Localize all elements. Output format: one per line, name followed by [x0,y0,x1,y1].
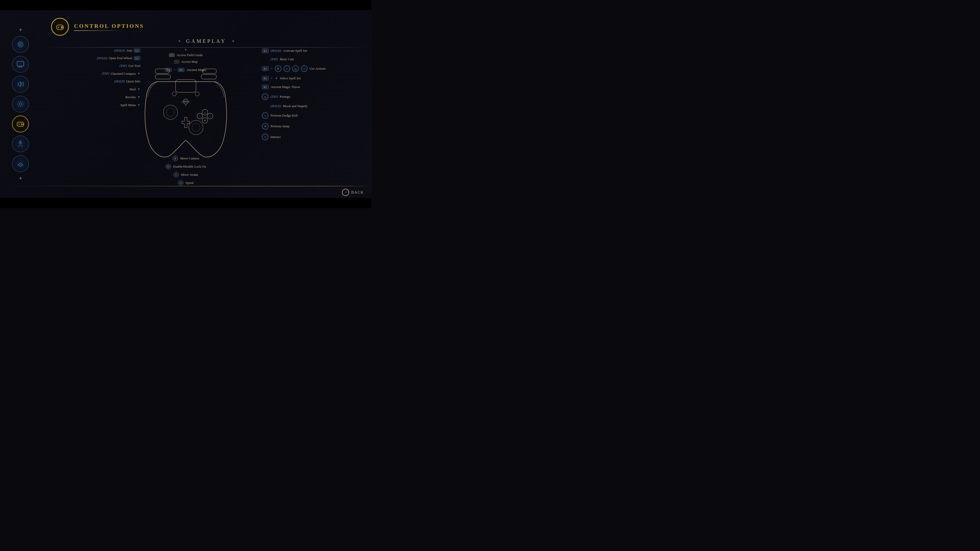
plus-1: + [271,67,273,71]
svg-rect-16 [57,25,63,30]
dodge-roll-control: ○ Perform Dodge Roll [262,112,364,119]
sprint-control: L3 Sprint [142,180,229,186]
moveavatar-label: Move Avatar [181,173,198,177]
square-interact: □ [262,134,269,140]
ancientthrow-label: Ancient Magic Throw [271,85,300,89]
sidebar-item-settings[interactable] [12,96,29,113]
useactions-label: Use Actions [310,67,326,71]
sidebar-item-audio[interactable] [12,36,29,53]
jump-label: Perform Jump [270,124,290,128]
left-controls: (HOLD) Aim L2 (HOLD) Open Tool Wheel L1 … [43,48,140,111]
basiccast-modifier: (TAP) [270,57,278,61]
bottom-gold-line [0,186,372,186]
page-title: CONTROL OPTIONS [74,23,144,29]
sidebar-scroll-up[interactable]: ✦ [18,27,23,33]
right-controls: R2 (HOLD) Activate Spell Set (TAP) Basic… [262,48,364,144]
section-divider [41,47,372,48]
aim-control: (HOLD) Aim L2 [43,48,140,52]
sidebar: ✦ [0,10,41,198]
toolwheel-modifier: (HOLD) [97,56,107,60]
main-content: ✦ [0,10,372,198]
section-dpad-left: ✦ [178,39,181,44]
l-stick-badge: L [173,172,179,178]
usetool-modifier: (TAP) [120,64,127,68]
heal-control: Heal ✦ [43,87,140,91]
selectspell-label: Select Spell Set [280,76,301,80]
protego-modifier: (TAP) [270,95,278,99]
move-avatar-control: L Move Avatar [142,172,229,178]
activate-modifier: (HOLD) [271,49,281,53]
dpad-heal-icon: ✦ [137,87,140,91]
lock-on-control: R3 Enable/Disable Lock On [142,164,229,169]
svg-point-17 [61,26,62,27]
back-button-circle: ○ [342,189,349,196]
svg-point-49 [185,104,186,106]
r3-badge: R3 [165,164,171,169]
protego-control: △ (TAP) Protego [262,94,364,100]
svg-point-47 [187,101,188,102]
r2-badge-3: R2 [262,76,269,81]
questinfo-label: Quest Info [126,79,140,83]
bottom-bar [0,198,372,208]
header: CONTROL OPTIONS [41,15,372,38]
sidebar-item-sound[interactable] [12,76,29,93]
svg-point-31 [166,108,175,116]
aim-modifier: (HOLD) [115,49,125,52]
svg-text:✕: ✕ [204,119,206,122]
move-camera-control: R Move Camera [142,156,229,161]
sidebar-item-accessibility[interactable] [12,135,29,152]
svg-rect-25 [201,75,216,79]
triangle-protego: △ [262,94,269,100]
dodge-label: Perform Dodge Roll [270,114,298,118]
l3-badge: L3 [178,180,183,186]
usetool-label: Use Tool [128,64,140,68]
r1-badge: R1 [262,85,269,89]
svg-rect-26 [202,69,216,73]
dpad-revelio-icon: ✦ [137,95,140,99]
charmed-compass-control: (TAP) Charmed Compass ✦ [43,71,140,76]
block-stupefy-control: (HOLD) Block and Stupefy [262,104,364,108]
svg-point-48 [189,102,189,103]
controller-image: PS △ ○ □ ✕ [142,51,229,163]
header-icon [51,18,69,36]
basiccast-label: Basic Cast [280,57,294,61]
sidebar-item-network[interactable] [12,156,29,172]
svg-text:□: □ [199,115,201,118]
svg-point-46 [185,101,186,102]
plus-2: + [271,76,273,80]
r-stick-badge: R [172,156,178,161]
movecamera-label: Move Camera [180,156,199,160]
svg-point-15 [20,166,21,167]
revelio-label: Revelio [126,95,136,99]
triangle-btn: △ [292,65,299,72]
l2-badge: L2 [134,48,140,52]
compass-modifier: (TAP) [102,72,109,76]
compass-label: Charmed Compass [110,72,136,76]
sidebar-scroll-down[interactable]: ✦ [18,175,23,181]
section-title-area: ✦ GAMEPLAY ✦ [41,38,372,44]
svg-point-18 [62,27,64,28]
activate-label: Activate Spell Set [283,49,307,53]
questinfo-modifier: (HOLD) [115,79,125,83]
svg-point-14 [20,141,21,142]
section-title: GAMEPLAY [186,38,226,44]
svg-point-9 [21,123,22,124]
sidebar-item-display[interactable] [12,56,29,73]
cross-jump: ✕ [262,123,269,130]
svg-rect-3 [17,62,24,66]
header-underline [74,30,125,31]
svg-point-11 [21,124,22,125]
r2-badge-2: R2 [262,66,269,71]
square-btn: □ [301,65,307,72]
quest-info-control: (HOLD) Quest Info [43,79,140,83]
section-divider-dot: ◆ [185,48,187,51]
block-modifier: (HOLD) [270,104,281,108]
jump-control: ✕ Perform Jump [262,123,364,130]
sidebar-item-controls[interactable] [12,116,29,132]
lockon-label: Enable/Disable Lock On [173,165,206,168]
dpad-spellmenu-icon: ✦ [137,103,140,107]
back-button[interactable]: ○ BACK [342,189,364,196]
use-tool-control: (TAP) Use Tool [43,64,140,68]
spellmenu-label: Spell Menu [121,103,136,107]
aim-label: Aim [126,48,132,52]
